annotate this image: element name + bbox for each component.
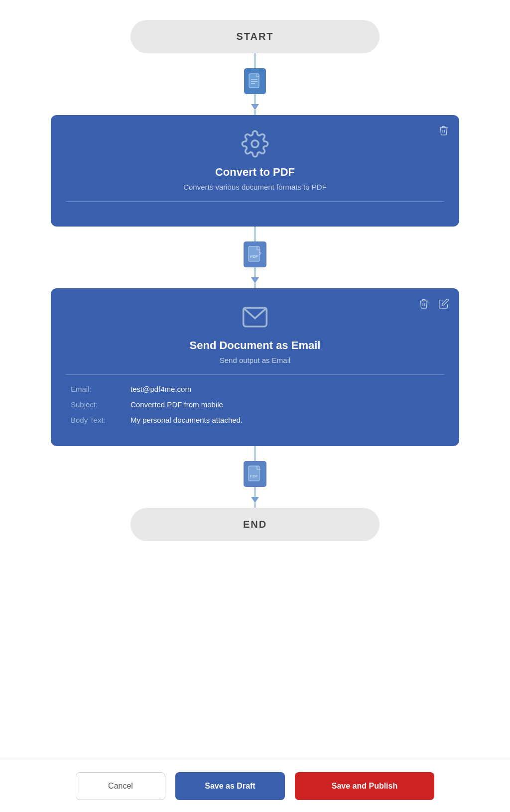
connector-arrow-3 — [251, 497, 259, 503]
email-detail-row: Email: test@pdf4me.com — [71, 385, 439, 393]
body-value: My personal documents attached. — [130, 416, 439, 424]
connector3-line-top — [255, 446, 255, 461]
connector-line-bot — [255, 110, 255, 115]
subject-detail-row: Subject: Converted PDF from mobile — [71, 400, 439, 409]
connector-line-top — [255, 53, 255, 68]
connector3-line-bot — [255, 503, 255, 508]
svg-rect-8 — [249, 466, 259, 481]
connector-line-mid — [255, 94, 255, 104]
connector-arrow-2 — [251, 277, 259, 283]
card1-actions — [436, 123, 451, 139]
email-label: Email: — [71, 385, 130, 393]
convert-to-pdf-card: Convert to PDF Converts various document… — [51, 115, 459, 227]
svg-rect-0 — [249, 74, 259, 88]
connector3-line-mid — [255, 487, 255, 497]
card1-divider — [66, 201, 444, 202]
connector-3: PDF — [244, 446, 266, 508]
start-node: START — [130, 20, 380, 53]
card2-edit-button[interactable] — [436, 296, 451, 313]
card2-title: Send Document as Email — [66, 339, 444, 352]
connector2-line-top — [255, 227, 255, 241]
connector-1 — [244, 53, 266, 115]
svg-text:PDF: PDF — [250, 254, 258, 259]
svg-point-4 — [252, 140, 258, 147]
connector2-line-bot — [255, 283, 255, 288]
card2-delete-button[interactable] — [416, 296, 431, 313]
card2-icon-area — [66, 303, 444, 331]
svg-text:PDF: PDF — [250, 474, 258, 478]
card1-icon-area — [66, 130, 444, 158]
connector2-line-mid — [255, 267, 255, 277]
pdf-icon-1: PDF — [244, 241, 266, 267]
body-detail-row: Body Text: My personal documents attache… — [71, 416, 439, 424]
svg-rect-5 — [249, 246, 259, 261]
envelope-icon — [241, 303, 269, 331]
connector-arrow-1 — [251, 104, 259, 110]
send-email-card: Send Document as Email Send output as Em… — [51, 288, 459, 446]
save-publish-button[interactable]: Save and Publish — [295, 772, 434, 800]
gear-icon — [241, 130, 269, 158]
body-label: Body Text: — [71, 416, 130, 424]
end-node: END — [130, 508, 380, 541]
doc-icon-1 — [249, 73, 261, 89]
card2-divider — [66, 374, 444, 375]
card1-title: Convert to PDF — [66, 166, 444, 179]
connector-2: PDF — [244, 227, 266, 288]
email-value: test@pdf4me.com — [130, 385, 439, 393]
pdf-icon-2: PDF — [244, 461, 266, 487]
card2-actions — [416, 296, 451, 313]
subject-label: Subject: — [71, 400, 130, 409]
cancel-button[interactable]: Cancel — [76, 772, 165, 800]
card2-subtitle: Send output as Email — [66, 356, 444, 364]
card1-subtitle: Converts various document formats to PDF — [66, 183, 444, 191]
subject-value: Converted PDF from mobile — [130, 400, 439, 409]
card1-delete-button[interactable] — [436, 123, 451, 139]
card2-details: Email: test@pdf4me.com Subject: Converte… — [66, 385, 444, 424]
save-draft-button[interactable]: Save as Draft — [175, 772, 285, 800]
footer: Cancel Save as Draft Save and Publish — [0, 760, 510, 812]
